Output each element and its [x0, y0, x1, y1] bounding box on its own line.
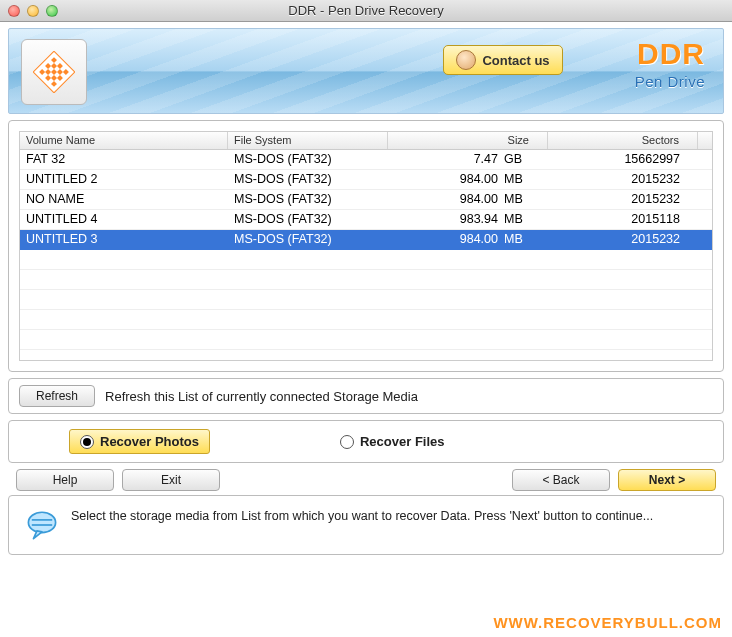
cell-fs: MS-DOS (FAT32) [228, 150, 388, 169]
contact-us-button[interactable]: Contact us [443, 45, 563, 75]
app-logo [21, 39, 87, 105]
col-file-system[interactable]: File System [228, 132, 388, 149]
back-button[interactable]: < Back [512, 469, 610, 491]
cell-volume: UNTITLED 3 [20, 230, 228, 249]
info-panel: Select the storage media from List from … [8, 495, 724, 555]
cell-sectors: 15662997 [548, 150, 698, 169]
recover-files-radio[interactable]: Recover Files [340, 434, 445, 449]
app-logo-icon [33, 51, 75, 93]
table-row[interactable]: UNTITLED 2MS-DOS (FAT32)984.00MB2015232 [20, 170, 712, 190]
brand-title: DDR [635, 39, 705, 69]
radio-on-icon [80, 435, 94, 449]
header-banner: Contact us DDR Pen Drive [8, 28, 724, 114]
cell-volume: NO NAME [20, 190, 228, 209]
cell-sectors: 2015232 [548, 230, 698, 249]
drive-table: Volume Name File System Size Sectors FAT… [19, 131, 713, 361]
table-row-empty [20, 310, 712, 330]
contact-avatar-icon [456, 50, 476, 70]
cell-volume: FAT 32 [20, 150, 228, 169]
watermark: WWW.RECOVERYBULL.COM [493, 614, 722, 631]
cell-volume: UNTITLED 2 [20, 170, 228, 189]
refresh-panel: Refresh Refresh this List of currently c… [8, 378, 724, 414]
recover-files-label: Recover Files [360, 434, 445, 449]
table-body: FAT 32MS-DOS (FAT32)7.47GB15662997UNTITL… [20, 150, 712, 350]
header-stripes [9, 29, 723, 113]
table-row-empty [20, 330, 712, 350]
traffic-lights [8, 5, 58, 17]
brand: DDR Pen Drive [635, 39, 705, 90]
drive-list-panel: Volume Name File System Size Sectors FAT… [8, 120, 724, 372]
cell-sectors: 2015118 [548, 210, 698, 229]
table-row[interactable]: FAT 32MS-DOS (FAT32)7.47GB15662997 [20, 150, 712, 170]
svg-point-15 [28, 512, 55, 532]
info-text: Select the storage media from List from … [71, 508, 653, 525]
minimize-icon[interactable] [27, 5, 39, 17]
table-header: Volume Name File System Size Sectors [20, 132, 712, 150]
refresh-hint: Refresh this List of currently connected… [105, 389, 418, 404]
help-button[interactable]: Help [16, 469, 114, 491]
radio-off-icon [340, 435, 354, 449]
cell-size: 984.00MB [388, 170, 548, 189]
content: Volume Name File System Size Sectors FAT… [8, 120, 724, 555]
table-row[interactable]: UNTITLED 4MS-DOS (FAT32)983.94MB2015118 [20, 210, 712, 230]
recover-photos-label: Recover Photos [100, 434, 199, 449]
table-row-empty [20, 290, 712, 310]
cell-fs: MS-DOS (FAT32) [228, 210, 388, 229]
recover-photos-radio[interactable]: Recover Photos [69, 429, 210, 454]
table-row-empty [20, 250, 712, 270]
brand-subtitle: Pen Drive [635, 73, 705, 90]
cell-volume: UNTITLED 4 [20, 210, 228, 229]
cell-fs: MS-DOS (FAT32) [228, 230, 388, 249]
next-button[interactable]: Next > [618, 469, 716, 491]
contact-us-label: Contact us [482, 53, 549, 68]
refresh-button[interactable]: Refresh [19, 385, 95, 407]
col-volume-name[interactable]: Volume Name [20, 132, 228, 149]
cell-fs: MS-DOS (FAT32) [228, 170, 388, 189]
table-row[interactable]: NO NAMEMS-DOS (FAT32)984.00MB2015232 [20, 190, 712, 210]
cell-size: 984.00MB [388, 190, 548, 209]
cell-size: 984.00MB [388, 230, 548, 249]
zoom-icon[interactable] [46, 5, 58, 17]
cell-size: 7.47GB [388, 150, 548, 169]
nav-buttons: Help Exit < Back Next > [16, 469, 716, 491]
table-row[interactable]: UNTITLED 3MS-DOS (FAT32)984.00MB2015232 [20, 230, 712, 250]
col-sectors[interactable]: Sectors [548, 132, 698, 149]
info-bubble-icon [25, 508, 59, 542]
cell-fs: MS-DOS (FAT32) [228, 190, 388, 209]
table-row-empty [20, 270, 712, 290]
cell-size: 983.94MB [388, 210, 548, 229]
col-size[interactable]: Size [388, 132, 548, 149]
titlebar: DDR - Pen Drive Recovery [0, 0, 732, 22]
close-icon[interactable] [8, 5, 20, 17]
window-title: DDR - Pen Drive Recovery [288, 3, 443, 18]
cell-sectors: 2015232 [548, 190, 698, 209]
exit-button[interactable]: Exit [122, 469, 220, 491]
recovery-options-panel: Recover Photos Recover Files [8, 420, 724, 463]
cell-sectors: 2015232 [548, 170, 698, 189]
